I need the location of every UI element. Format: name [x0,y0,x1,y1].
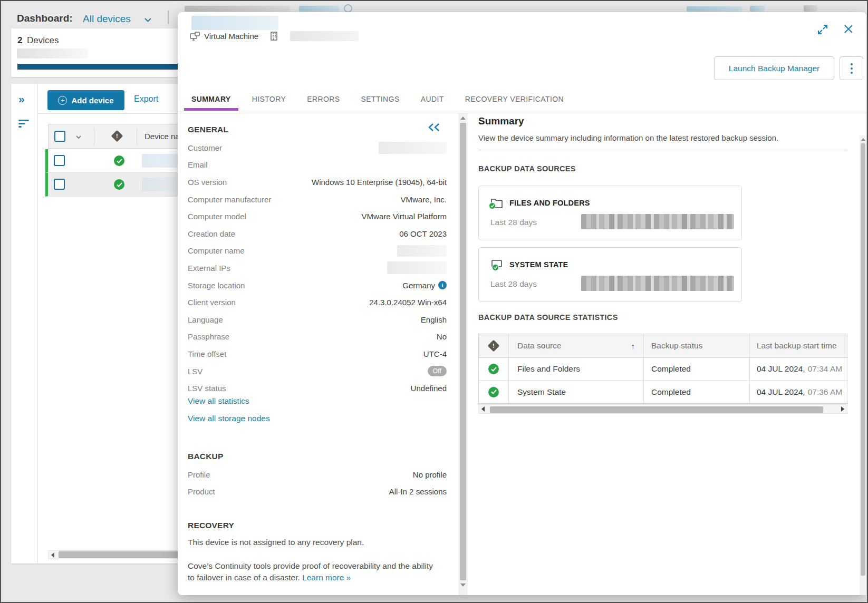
redacted-external-ips [387,261,447,274]
tab-settings[interactable]: SETTINGS [361,95,399,111]
stats-heading: BACKUP DATA SOURCE STATISTICS [478,313,618,322]
field-row: Computer name [188,242,447,260]
data-source-name: SYSTEM STATE [509,260,568,269]
plus-circle-icon: + [58,96,67,105]
stats-table-header: ! Data source ↑ Backup status Last backu… [479,334,847,358]
field-row: Customer [188,139,447,157]
redacted-device-title [191,16,278,30]
row-checkbox[interactable] [54,179,65,190]
scroll-up-arrow[interactable] [861,138,865,141]
field-row: OS version Windows 10 Enterprise (19045)… [188,173,447,191]
right-pane-vertical-scrollbar[interactable] [860,135,866,595]
scroll-left-arrow[interactable] [481,406,485,412]
scroll-up-arrow[interactable] [460,116,466,120]
status-column-icon: ! [111,130,123,142]
field-row: LSV Off [188,363,447,380]
tab-history[interactable]: HISTORY [252,95,286,111]
learn-more-link[interactable]: Learn more » [302,573,351,582]
add-device-button[interactable]: + Add device [47,90,124,110]
launch-backup-manager-button[interactable]: Launch Backup Manager [714,56,834,80]
row-checkbox[interactable] [54,155,65,166]
tab-errors[interactable]: ERRORS [307,95,340,111]
scrollbar-thumb[interactable] [460,123,466,580]
customer-building-icon [270,32,278,41]
view-all-storage-nodes-link[interactable]: View all storage nodes [188,414,270,423]
summary-panel-description: View the device summary including inform… [478,133,778,142]
scroll-down-arrow[interactable] [460,583,466,587]
device-type-label: Virtual Machine [204,32,258,41]
field-row: External IPs [188,259,447,277]
rail-divider [37,84,38,563]
general-fields: Customer Email OS version Windows 10 Ent… [188,139,447,397]
summary-divider [478,150,847,150]
collapse-panel-icon[interactable] [428,123,440,132]
chevron-down-icon[interactable] [144,18,151,22]
summary-panel-title: Summary [478,115,524,127]
virtual-machine-icon [190,32,200,41]
field-row: Storage location Germany i [188,277,447,294]
redacted-breadcrumb-link [299,6,339,12]
device-count-label: Devices [27,35,59,46]
general-section-title: GENERAL [188,125,228,134]
backup-status-column-header[interactable]: Backup status [651,341,702,351]
scrollbar-thumb[interactable] [490,406,823,413]
stats-row-files-and-folders[interactable]: Files and Folders Completed 04 JUL 2024,… [479,358,847,381]
scroll-right-arrow[interactable] [841,406,844,412]
device-type-row: Virtual Machine [190,31,359,41]
field-row: Computer manufacturer VMware, Inc. [188,191,447,208]
tab-audit[interactable]: AUDIT [421,95,444,111]
field-row: Time offset UTC-4 [188,345,447,363]
redacted-computer-name [397,245,447,257]
redacted-customer [290,31,359,41]
tabs-divider [178,113,866,113]
system-state-card[interactable]: SYSTEM STATE Last 28 days [478,247,742,302]
tab-summary[interactable]: SUMMARY [191,95,231,111]
status-column-icon: ! [488,340,500,352]
filter-icon[interactable] [18,120,30,128]
more-actions-kebab-button[interactable] [840,56,863,80]
header-cell-divider [94,128,94,145]
left-pane-vertical-scrollbar[interactable] [458,113,468,595]
info-icon[interactable]: i [438,281,447,289]
last-backup-column-header[interactable]: Last backup start time [757,341,837,351]
field-row: LSV status Undefined [188,380,447,397]
status-ok-icon [488,387,499,397]
backup-history-bars [581,276,734,291]
recovery-plan-text: This device is not assigned to any recov… [188,538,364,547]
stats-row-system-state[interactable]: System State Completed 04 JUL 2024, 07:3… [479,381,847,403]
field-row: Profile No profile [188,466,447,483]
sort-ascending-icon[interactable]: ↑ [631,342,635,351]
stats-horizontal-scrollbar[interactable] [478,404,847,414]
view-all-statistics-link[interactable]: View all statistics [188,396,249,406]
folder-check-icon [490,198,503,208]
help-icon[interactable] [344,4,352,13]
data-source-column-header[interactable]: Data source [517,341,562,351]
lsv-off-badge: Off [428,366,447,376]
field-row: Client version 24.3.0.24052 Win-x64 [188,294,447,311]
export-button[interactable]: Export [134,94,158,104]
backup-history-bars [581,214,734,229]
status-ok-icon [114,155,124,166]
redacted-header-button [804,5,817,12]
field-row: Product All-In 2 sessions [188,483,447,501]
tab-recovery-verification[interactable]: RECOVERY VERIFICATION [465,95,564,111]
app-window: Dashboard: All devices 2 Devices » + Add… [0,0,868,603]
scroll-left-arrow[interactable] [51,552,54,558]
header-cell-divider [137,128,137,145]
expand-sidebar-icon[interactable]: » [18,93,25,104]
field-row: Creation date 06 OCT 2023 [188,225,447,242]
files-and-folders-card[interactable]: FILES AND FOLDERS Last 28 days [478,186,742,240]
field-row: Computer model VMware Virtual Platform [188,208,447,225]
monitor-check-icon [490,259,503,270]
scrollbar-thumb[interactable] [861,143,865,576]
select-all-checkbox[interactable] [54,131,65,142]
maximize-dialog-icon[interactable] [817,24,828,35]
status-ok-icon [488,364,499,374]
close-dialog-icon[interactable] [843,24,854,34]
dashboard-scope-selector[interactable]: All devices [83,13,131,25]
select-dropdown-icon[interactable] [76,134,81,140]
backup-data-sources-heading: BACKUP DATA SOURCES [478,164,576,173]
data-source-name: FILES AND FOLDERS [509,199,590,207]
status-ok-icon [114,179,124,190]
period-label: Last 28 days [490,218,537,227]
